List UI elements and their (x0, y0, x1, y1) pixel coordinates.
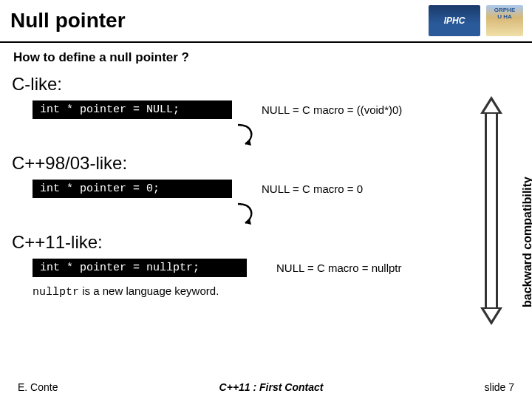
code-cpp98: int * pointer = 0; (33, 180, 232, 198)
footer: E. Conte C++11 : First Contact slide 7 (0, 381, 532, 393)
grphe-text2: U HA (497, 13, 512, 20)
explain-c-like: NULL = C macro = ((void*)0) (262, 103, 402, 116)
row-cpp11: int * pointer = nullptr; NULL = C macro … (33, 259, 522, 277)
row-cpp98: int * pointer = 0; NULL = C macro = 0 (33, 180, 522, 198)
keyword-rest: is a new language keyword. (79, 284, 219, 297)
keyword-note: nullptr is a new language keyword. (33, 284, 522, 299)
logo-group: IPHC GRPHE U HA (429, 5, 523, 36)
subtitle: How to define a null pointer ? (13, 50, 522, 65)
page-title: Null pointer (10, 9, 126, 33)
code-c-like: int * pointer = NULL; (33, 100, 232, 119)
code-cpp11: int * pointer = nullptr; (33, 259, 247, 277)
curve-arrow-icon (232, 201, 262, 229)
double-arrow-icon (480, 96, 502, 325)
footer-author: E. Conte (18, 381, 58, 393)
explain-cpp11: NULL = C macro = nullptr (276, 262, 402, 274)
iphc-logo-icon: IPHC (429, 5, 480, 36)
heading-cpp98: C++98/03-like: (12, 153, 522, 174)
grphe-text1: GRPHE (494, 7, 515, 13)
curve-arrow-icon (232, 122, 262, 150)
footer-title: C++11 : First Contact (219, 381, 324, 393)
grphe-logo-icon: GRPHE U HA (486, 5, 523, 36)
explain-cpp98: NULL = C macro = 0 (262, 183, 363, 195)
row-c-like: int * pointer = NULL; NULL = C macro = (… (33, 100, 522, 119)
backward-compat-label: backward compatibility (521, 177, 532, 307)
heading-cpp11: C++11-like: (12, 232, 522, 253)
footer-slide-number: slide 7 (485, 381, 514, 393)
subtitle-row: How to define a null pointer ? (0, 43, 532, 71)
keyword-mono: nullptr (33, 286, 79, 299)
content: C-like: int * pointer = NULL; NULL = C m… (0, 74, 532, 299)
heading-c-like: C-like: (12, 74, 522, 95)
header: Null pointer IPHC GRPHE U HA (0, 0, 532, 43)
slide: Null pointer IPHC GRPHE U HA How to defi… (0, 0, 532, 399)
